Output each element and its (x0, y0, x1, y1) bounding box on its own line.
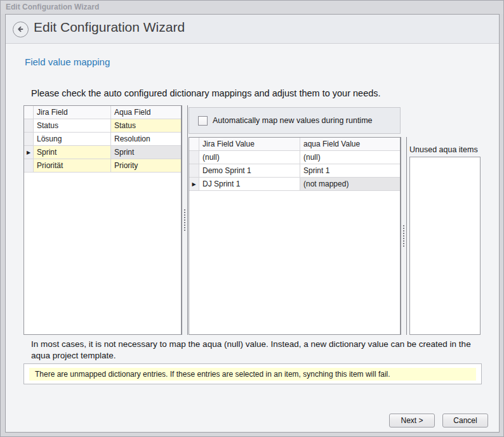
next-button[interactable]: Next > (389, 414, 435, 427)
auto-map-label: Automatically map new values during runt… (213, 116, 373, 125)
jira-field-cell[interactable]: Lösung (34, 133, 111, 146)
jira-value-cell[interactable]: Demo Sprint 1 (199, 164, 300, 178)
auto-map-checkbox[interactable] (198, 116, 208, 126)
table-row-current: ▶ DJ Sprint 1 (not mapped) (189, 178, 400, 191)
wizard-content: Field value mapping Please check the aut… (6, 44, 499, 432)
aqua-value-cell[interactable]: (null) (300, 151, 400, 164)
window-titlebar[interactable]: Edit Configuration Wizard (1, 1, 503, 14)
row-selector[interactable] (24, 159, 34, 173)
field-table-header: Jira Field Aqua Field (24, 106, 181, 119)
page-title: Edit Configuration Wizard (34, 20, 185, 35)
splitter-grip-icon (184, 209, 185, 231)
aqua-value-cell-selected[interactable]: (not mapped) (300, 178, 400, 191)
warning-box: There are unmapped dictionary entries. I… (23, 363, 482, 384)
aqua-field-cell-selected[interactable]: Sprint (111, 146, 181, 159)
section-title: Field value mapping (25, 56, 110, 67)
wizard-header: Edit Configuration Wizard (6, 15, 499, 44)
aqua-field-cell[interactable]: Priority (111, 159, 181, 173)
jira-value-cell[interactable]: (null) (199, 151, 300, 164)
row-selector[interactable] (189, 164, 199, 178)
jira-field-cell[interactable]: Sprint (34, 146, 111, 159)
table-row-current: ▶ Sprint Sprint (24, 146, 181, 159)
row-selector-header (24, 106, 34, 119)
aqua-field-cell[interactable]: Resolution (111, 133, 181, 146)
current-row-icon[interactable]: ▶ (24, 146, 34, 159)
aqua-field-cell[interactable]: Status (111, 119, 181, 133)
jira-value-cell[interactable]: DJ Sprint 1 (199, 178, 300, 191)
warning-message: There are unmapped dictionary entries. I… (29, 368, 476, 381)
cancel-button[interactable]: Cancel (442, 414, 488, 427)
unused-items-label: Unused aqua items (409, 145, 478, 154)
field-mapping-table: Jira Field Aqua Field Status Status Lösu… (23, 105, 182, 335)
note-text: In most cases, it is not necessary to ma… (31, 339, 475, 362)
table-row: Lösung Resolution (24, 133, 181, 146)
splitter-grip-icon (403, 225, 404, 247)
column-header-aqua-field[interactable]: Aqua Field (111, 106, 181, 119)
value-table-header: Jira Field Value aqua Field Value (189, 138, 400, 151)
aqua-value-cell[interactable]: Sprint 1 (300, 164, 400, 178)
table-row: Demo Sprint 1 Sprint 1 (189, 164, 400, 178)
column-header-jira-value[interactable]: Jira Field Value (199, 138, 300, 151)
splitter-left[interactable] (182, 105, 188, 335)
current-row-icon[interactable]: ▶ (189, 178, 199, 191)
wizard-window: Edit Configuration Wizard Edit Configura… (0, 0, 504, 437)
jira-field-cell[interactable]: Status (34, 119, 111, 133)
unused-items-listbox[interactable] (409, 157, 481, 335)
instruction-text: Please check the auto configured diction… (31, 88, 381, 98)
row-selector[interactable] (189, 151, 199, 164)
window-title: Edit Configuration Wizard (6, 3, 99, 11)
row-selector-header (189, 138, 199, 151)
splitter-right[interactable] (401, 137, 407, 335)
column-header-jira-field[interactable]: Jira Field (34, 106, 111, 119)
value-mapping-table: Jira Field Value aqua Field Value (null)… (189, 137, 401, 335)
jira-field-cell[interactable]: Priorität (34, 159, 111, 173)
table-row: (null) (null) (189, 151, 400, 164)
column-header-aqua-value[interactable]: aqua Field Value (300, 138, 400, 151)
auto-map-panel: Automatically map new values during runt… (189, 107, 401, 134)
wizard-dialog: Edit Configuration Wizard Field value ma… (5, 14, 500, 433)
row-selector[interactable] (24, 133, 34, 146)
back-button[interactable] (13, 22, 29, 37)
row-selector[interactable] (24, 119, 34, 133)
table-row: Priorität Priority (24, 159, 181, 173)
table-row: Status Status (24, 119, 181, 133)
